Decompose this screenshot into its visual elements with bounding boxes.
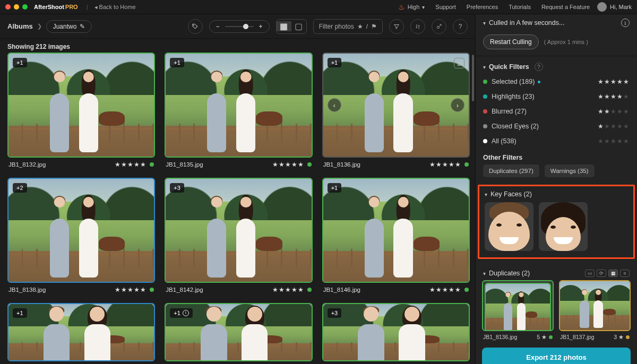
quick-filter[interactable]: Blurred (27)★★★★★ (476, 104, 637, 119)
chevron-down-icon: ▾ (483, 64, 486, 70)
filter-photos[interactable]: Filter photos ★/ ⚑ (313, 19, 383, 34)
window-controls[interactable] (5, 4, 28, 10)
filename: JB1_8138.jpg (8, 287, 46, 293)
album-pill[interactable]: Juantwo ✎ (46, 20, 92, 33)
thumbnail[interactable]: +1🗑‹›JB1_8136.jpg★★★★★ (322, 53, 470, 168)
menu-support[interactable]: Support (435, 4, 456, 10)
export-button[interactable]: Export 212 photos (482, 348, 631, 364)
minimize-window[interactable] (14, 4, 19, 10)
image-count: Showing 212 images (0, 39, 475, 53)
slider-track[interactable] (225, 26, 254, 27)
sort-button[interactable] (410, 19, 425, 34)
plus-icon[interactable]: + (259, 23, 263, 30)
dup-view-grid[interactable]: ▦ (608, 270, 618, 277)
quick-filter[interactable]: Highlights (23)★★★★★ (476, 89, 637, 104)
star-rating[interactable]: ★★★★★ (115, 286, 147, 293)
zoom-slider[interactable]: − + (209, 20, 270, 33)
minus-icon[interactable]: − (216, 23, 220, 30)
filter-stars: ★★★★★ (598, 137, 630, 145)
thumbnail[interactable]: +1JB1_8132.jpg★★★★★ (7, 53, 155, 168)
thumbnail[interactable]: +3 (322, 303, 470, 361)
chevron-down-icon: ▾ (485, 192, 487, 197)
stack-badge: +1 (328, 183, 342, 193)
menu-request-feature[interactable]: Request a Feature (541, 4, 590, 10)
help-button[interactable]: ? (453, 19, 468, 34)
funnel-button[interactable] (389, 19, 404, 34)
filename: JB1_8135.jpg (166, 161, 203, 168)
restart-culling-button[interactable]: Restart Culling (483, 34, 539, 49)
stack-badge: +3 (170, 183, 184, 193)
trash-icon[interactable]: 🗑 (454, 58, 464, 68)
quick-filters-header[interactable]: ▾ Quick Filters ? (476, 56, 637, 74)
back-to-home[interactable]: ◂ Back to Home (94, 4, 136, 11)
stack-badge: +1! (170, 308, 193, 318)
key-faces-panel: ▾ Key Faces (2) (478, 185, 635, 259)
thumbnail[interactable]: +1JB1_8146.jpg★★★★★ (322, 178, 470, 293)
other-filters-label: Other Filters (476, 149, 637, 164)
filter-stars: ★★★★★ (598, 78, 630, 85)
status-dot (307, 288, 312, 292)
link-button[interactable] (432, 19, 446, 34)
key-face-1[interactable] (485, 202, 533, 251)
thumbnail[interactable]: +1JB1_8135.jpg★★★★★ (165, 53, 312, 168)
filter-label: Closed Eyes (2) (492, 123, 539, 130)
quick-filter[interactable]: Selected (189)★★★★★ (476, 74, 637, 89)
help-icon[interactable]: ? (535, 63, 543, 71)
status-dot (150, 288, 154, 292)
duplicate-card[interactable]: JB1_8137.jpg3 ★ (559, 280, 631, 340)
close-window[interactable] (5, 4, 11, 10)
key-face-2[interactable] (539, 202, 588, 251)
menu-preferences[interactable]: Preferences (467, 4, 498, 10)
filter-label: Blurred (27) (492, 108, 527, 115)
culled-header[interactable]: ▾ Culled in A few seconds... i (476, 14, 637, 31)
thumbnail[interactable]: +1! (165, 303, 312, 361)
dup-view-refresh[interactable]: ⟳ (597, 270, 606, 277)
avatar[interactable] (597, 2, 607, 12)
scrollbar[interactable] (472, 55, 474, 101)
quick-filter[interactable]: All (538)★★★★★ (476, 134, 637, 149)
single-view-icon[interactable]: ▢ (291, 21, 306, 31)
star-rating[interactable]: ★★★★★ (272, 286, 304, 293)
duplicate-card[interactable]: JB1_8136.jpg5 ★ (482, 280, 554, 340)
maximize-window[interactable] (22, 4, 28, 10)
star-rating[interactable]: ★★★★★ (272, 161, 304, 168)
filter-label: All (538) (492, 137, 517, 145)
menu-tutorials[interactable]: Tutorials (509, 4, 531, 10)
thumbnail[interactable]: +2JB1_8138.jpg★★★★★ (7, 178, 155, 293)
slider-knob[interactable] (243, 24, 248, 29)
albums-link[interactable]: Albums (7, 22, 33, 30)
duplicates-header[interactable]: ▾ Duplicates (2) ▭ ⟳ ▦ ≡ (476, 264, 637, 280)
pip-icon (538, 81, 540, 83)
thumbnail[interactable]: +1 (7, 303, 155, 361)
stack-badge: +1 (13, 308, 27, 318)
flame-icon: ♨ (398, 3, 405, 11)
chevron-right-icon: ❯ (37, 23, 42, 30)
chip-duplicates[interactable]: Duplicates (297) (483, 164, 539, 177)
brand: AfterShootPRO (34, 4, 78, 10)
thumbnail[interactable]: +3JB1_8142.jpg★★★★★ (165, 178, 312, 293)
quick-filter[interactable]: Closed Eyes (2)★★★★★ (476, 119, 637, 134)
star-rating[interactable]: ★★★★★ (115, 161, 147, 168)
star-rating[interactable]: ★★★★★ (429, 286, 461, 293)
main-panel: Albums ❯ Juantwo ✎ − + ▦ ▢ Filter (0, 14, 475, 364)
star-rating[interactable]: ★★★★★ (429, 161, 461, 168)
warning-icon: ! (183, 310, 189, 316)
view-mode[interactable]: ▦ ▢ (276, 19, 307, 34)
stack-badge: +1 (13, 58, 27, 67)
next-arrow[interactable]: › (451, 98, 464, 112)
dup-view-1[interactable]: ▭ (585, 270, 595, 277)
prev-arrow[interactable]: ‹ (328, 98, 341, 112)
filter-dot (483, 80, 487, 84)
info-icon[interactable]: i (621, 19, 630, 27)
grid-view-icon[interactable]: ▦ (277, 21, 291, 31)
pencil-icon: ✎ (80, 23, 85, 30)
status-dot (150, 162, 154, 167)
stack-badge: +3 (328, 308, 342, 318)
dup-view-list[interactable]: ≡ (620, 270, 630, 277)
priority-menu[interactable]: ♨High▾ (398, 3, 425, 11)
status-dot (464, 288, 469, 292)
chip-warnings[interactable]: Warnings (35) (545, 164, 595, 177)
key-faces-header[interactable]: ▾ Key Faces (2) (485, 190, 628, 198)
chevron-down-icon: ▾ (483, 271, 486, 276)
tag-button[interactable] (188, 19, 203, 34)
